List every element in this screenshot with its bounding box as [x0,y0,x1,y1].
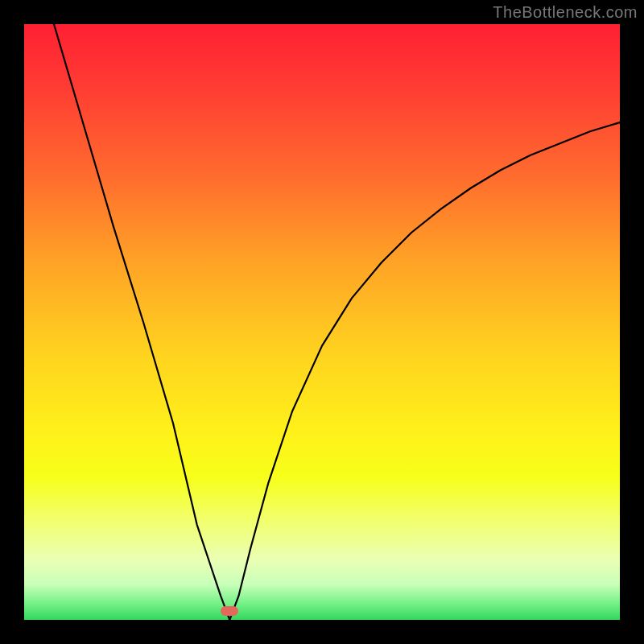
chart-container: TheBottleneck.com [0,0,644,644]
curve-layer [24,24,620,620]
optimal-point-marker [221,606,238,616]
bottleneck-curve [54,24,620,620]
plot-area [24,24,620,620]
watermark-text: TheBottleneck.com [493,3,638,22]
